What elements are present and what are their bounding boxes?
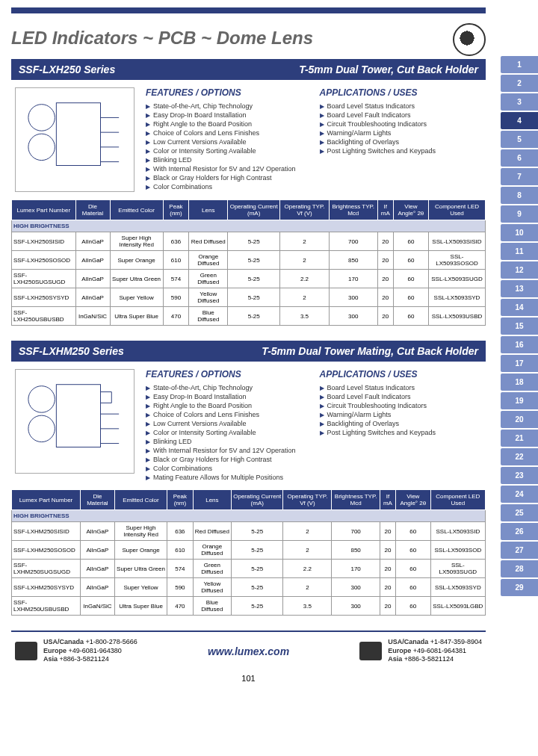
table-cell: 590 — [167, 578, 193, 597]
table-cell: AlInGaP — [80, 541, 114, 560]
page-tab-3[interactable]: 3 — [501, 93, 538, 111]
page-tab-12[interactable]: 12 — [501, 261, 538, 279]
bullet-item: Post Lighting Switches and Keypads — [320, 428, 483, 437]
table-cell: 300 — [329, 288, 377, 307]
website-link[interactable]: www.lumex.com — [137, 645, 359, 657]
page-tab-14[interactable]: 14 — [501, 299, 538, 316]
table-cell: 3.5 — [280, 307, 330, 326]
page-tab-17[interactable]: 17 — [501, 355, 538, 372]
table-row: SSF-LXH250SYSYDAlInGaPSuper Yellow590Yel… — [12, 288, 486, 307]
table-cell: 300 — [332, 597, 380, 616]
page-tab-26[interactable]: 26 — [501, 523, 538, 540]
table-cell: 60 — [393, 251, 428, 270]
page-tab-15[interactable]: 15 — [501, 317, 538, 335]
bullet-item: Easy Drop-In Board Installation — [146, 111, 309, 120]
table-cell: SSL-LX5093SUGD — [430, 560, 485, 578]
page-tab-5[interactable]: 5 — [501, 131, 538, 148]
series2-apps: APPLICATIONS / USES Board Level Status I… — [320, 369, 483, 482]
table-cell: Super Orange — [110, 251, 163, 270]
table-cell: 574 — [163, 270, 189, 288]
table-cell: 610 — [163, 251, 189, 270]
bullet-item: Blinking LED — [146, 437, 309, 446]
table-cell: 5-25 — [228, 270, 280, 288]
bullet-item: Post Lighting Switches and Keypads — [320, 146, 483, 155]
table-cell: 2 — [280, 251, 330, 270]
bullet-item: Color or Intensity Sorting Available — [146, 146, 309, 155]
svg-rect-2 — [56, 103, 100, 166]
table-cell: 20 — [377, 251, 393, 270]
table-cell: 300 — [329, 307, 377, 326]
page-tab-13[interactable]: 13 — [501, 280, 538, 297]
table-cell: 700 — [332, 522, 380, 541]
apps-title: APPLICATIONS / USES — [320, 369, 483, 379]
series1-table: Lumex Part NumberDie MaterialEmitted Col… — [11, 199, 486, 326]
bullet-item: Mating Feature Allows for Multiple Posit… — [146, 473, 309, 482]
page-tab-1[interactable]: 1 — [501, 56, 538, 73]
table-cell: Yellow Diffused — [193, 578, 232, 597]
page-tab-21[interactable]: 21 — [501, 430, 538, 447]
table-row: SSF-LXHM250SOSODAlInGaPSuper Orange610Or… — [12, 541, 486, 560]
table-cell: 636 — [167, 522, 193, 541]
page-tab-22[interactable]: 22 — [501, 448, 538, 465]
table-cell: 20 — [380, 560, 395, 578]
table-row: SSF-LXH250SISIDAlInGaPSuper High Intensi… — [12, 232, 486, 251]
page-tab-24[interactable]: 24 — [501, 486, 538, 503]
page-tab-29[interactable]: 29 — [501, 579, 538, 596]
page-tab-16[interactable]: 16 — [501, 336, 538, 353]
table-cell: 60 — [393, 270, 428, 288]
bullet-item: Backlighting of Overlays — [320, 419, 483, 428]
table-cell: 850 — [329, 251, 377, 270]
table-header: Operating Current (mA) — [232, 490, 283, 510]
features-title: FEATURES / OPTIONS — [146, 369, 309, 379]
table-cell: Green Diffused — [193, 560, 232, 578]
page-tab-2[interactable]: 2 — [501, 75, 538, 92]
page-tab-27[interactable]: 27 — [501, 542, 538, 559]
table-row: SSF-LXHM250USBUSBDInGaN/SiCUltra Super B… — [12, 597, 486, 616]
table-header: Brightness TYP. Mcd — [329, 200, 377, 220]
table-cell: 20 — [380, 541, 395, 560]
bullet-item: With Internal Resistor for 5V and 12V Op… — [146, 446, 309, 455]
bullet-item: State-of-the-Art, Chip Technology — [146, 383, 309, 392]
bullet-item: Blinking LED — [146, 155, 309, 164]
bullet-item: Board Level Status Indicators — [320, 102, 483, 111]
bullet-item: Easy Drop-In Board Installation — [146, 392, 309, 401]
page-tab-11[interactable]: 11 — [501, 243, 538, 260]
series2-content: FEATURES / OPTIONS State-of-the-Art, Chi… — [11, 362, 486, 489]
table-cell: 60 — [395, 522, 430, 541]
svg-rect-9 — [56, 385, 100, 447]
bullet-item: Right Angle to the Board Position — [146, 401, 309, 410]
page-tab-18[interactable]: 18 — [501, 374, 538, 391]
table-cell: 610 — [167, 541, 193, 560]
table-cell: Red Diffused — [189, 232, 228, 251]
table-cell: 20 — [377, 307, 393, 326]
page-tab-19[interactable]: 19 — [501, 392, 538, 409]
table-cell: Yellow Diffused — [189, 288, 228, 307]
page-number: 101 — [11, 670, 486, 687]
bullet-item: Circuit Troubleshooting Indicators — [320, 401, 483, 410]
page-tab-7[interactable]: 7 — [501, 168, 538, 185]
page-tab-28[interactable]: 28 — [501, 560, 538, 577]
bullet-item: Circuit Troubleshooting Indicators — [320, 120, 483, 128]
page-tab-20[interactable]: 20 — [501, 411, 538, 428]
page-tab-8[interactable]: 8 — [501, 187, 538, 204]
table-header: If mA — [380, 490, 395, 510]
page-tab-10[interactable]: 10 — [501, 224, 538, 241]
table-cell: 20 — [380, 578, 395, 597]
table-cell: SSL-LX5093SISID — [428, 232, 485, 251]
table-header: Component LED Used — [428, 200, 485, 220]
page-tab-4[interactable]: 4 — [501, 112, 538, 129]
table-cell: 170 — [329, 270, 377, 288]
table-cell: 5-25 — [228, 251, 280, 270]
table-header: Operating TYP. Vf (V) — [283, 490, 332, 510]
table-cell: Super Yellow — [110, 288, 163, 307]
svg-point-1 — [28, 134, 55, 160]
page-tab-23[interactable]: 23 — [501, 467, 538, 484]
page-tab-25[interactable]: 25 — [501, 504, 538, 521]
table-cell: SSL-LX5093SYD — [430, 578, 485, 597]
table-cell: 2 — [280, 288, 330, 307]
page-tab-9[interactable]: 9 — [501, 205, 538, 223]
page-tab-6[interactable]: 6 — [501, 149, 538, 167]
table-cell: SSF-LXH250SYSYD — [12, 288, 76, 307]
features-title: FEATURES / OPTIONS — [146, 87, 309, 98]
table-cell: 60 — [393, 288, 428, 307]
